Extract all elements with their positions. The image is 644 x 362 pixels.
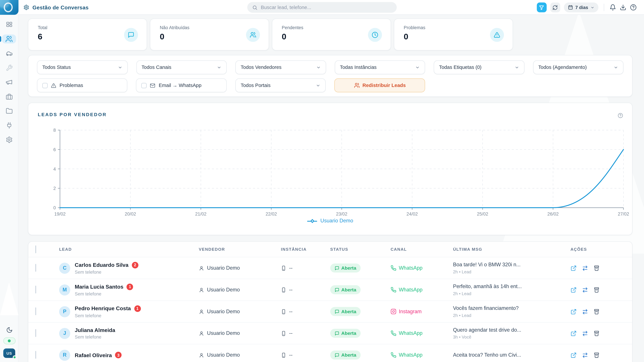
dropdown-vendedores[interactable]: Todos Vendedores: [235, 60, 326, 74]
avatar: R: [59, 350, 70, 361]
canal-label: WhatsApp: [399, 330, 422, 336]
archive-button[interactable]: [594, 330, 600, 336]
row-checkbox[interactable]: [36, 329, 36, 337]
stat-card-total: Total 6: [28, 18, 147, 50]
archive-button[interactable]: [594, 265, 600, 271]
dropdown-instancias[interactable]: Todas Instâncias: [334, 60, 425, 74]
lead-name: Pedro Henrique Costa: [75, 305, 131, 312]
transfer-lead-button[interactable]: [582, 308, 588, 315]
help-icon[interactable]: [630, 4, 636, 10]
instancia-value: --: [289, 330, 292, 336]
refresh-button[interactable]: [550, 2, 560, 12]
dropdown-status[interactable]: Todos Status: [37, 60, 128, 74]
status-label: Aberta: [341, 309, 356, 314]
sidebar-item-marketing[interactable]: [2, 78, 16, 87]
archive-button[interactable]: [594, 287, 600, 293]
table-row[interactable]: R Rafael Oliveira 3 Usuario Demo: [28, 345, 632, 362]
sidebar-item-vehicles[interactable]: [2, 49, 16, 58]
table-row[interactable]: J Juliana Almeida Sem telefone Usuario D…: [28, 323, 632, 345]
svg-text:26/02: 26/02: [548, 212, 559, 217]
stat-label: Pendentes: [282, 25, 381, 30]
canal-cell: WhatsApp: [390, 265, 453, 271]
notifications-bell-icon[interactable]: [610, 4, 616, 10]
table-row[interactable]: P Pedro Henrique Costa 1 Sem telefone Us…: [28, 301, 632, 323]
column-header-acoes: AÇÕES: [570, 247, 625, 252]
canal-cell: WhatsApp: [390, 287, 453, 293]
row-checkbox[interactable]: [36, 264, 36, 272]
column-header-ultima-msg: ÚLTIMA MSG: [453, 247, 570, 252]
legend-label: Usuario Demo: [320, 218, 353, 224]
users-icon: [246, 28, 260, 42]
open-conversation-button[interactable]: [570, 308, 577, 315]
sidebar-item-company[interactable]: [2, 92, 16, 101]
archive-button[interactable]: [594, 352, 600, 358]
app-logo[interactable]: [0, 0, 18, 15]
status-label: Aberta: [341, 287, 356, 292]
sidebar-item-files[interactable]: [2, 106, 16, 115]
checkbox-problemas[interactable]: Problemas: [37, 78, 128, 92]
filter-button[interactable]: [537, 2, 546, 12]
dropdown-etiquetas[interactable]: Todas Etiquetas (0): [434, 60, 524, 74]
sidebar-item-tools[interactable]: [2, 63, 16, 72]
dark-mode-moon-icon[interactable]: [6, 327, 12, 333]
chevron-down-icon: [316, 83, 320, 88]
dropdown-label: Todos Canais: [142, 64, 217, 70]
svg-text:24/02: 24/02: [406, 212, 418, 217]
sidebar-item-dashboard[interactable]: [2, 20, 16, 29]
checkbox[interactable]: [142, 83, 147, 88]
transfer-lead-button[interactable]: [582, 265, 588, 271]
open-conversation-button[interactable]: [570, 265, 577, 271]
column-header-status: STATUS: [330, 247, 390, 252]
sidebar-item-integrations[interactable]: [2, 121, 16, 130]
stat-card-problemas: Problemas 0: [394, 18, 513, 50]
period-selector[interactable]: 7 dias: [564, 2, 598, 12]
topbar: Gestão de Conversas Buscar lead, telefon…: [0, 0, 644, 15]
last-message: Quero agendar test drive do...: [453, 327, 570, 333]
open-conversation-button[interactable]: [570, 287, 577, 293]
dropdown-portais[interactable]: Todos Portais: [235, 78, 326, 92]
unread-count-badge: 3: [115, 352, 122, 358]
chart-legend[interactable]: Usuario Demo: [28, 218, 632, 224]
avatar: M: [59, 284, 70, 295]
stat-value: 0: [160, 32, 259, 41]
sidebar-item-settings[interactable]: [2, 135, 16, 144]
transfer-lead-button[interactable]: [582, 287, 588, 293]
open-conversation-button[interactable]: [570, 352, 577, 358]
svg-text:25/02: 25/02: [477, 212, 488, 217]
download-icon[interactable]: [620, 4, 626, 10]
table-row[interactable]: C Carlos Eduardo Silva 2 Sem telefone Us…: [28, 257, 632, 279]
chat-icon: [335, 309, 339, 314]
row-checkbox[interactable]: [36, 286, 36, 294]
row-checkbox[interactable]: [36, 351, 36, 359]
online-status-dot: [8, 339, 11, 342]
dropdown-canais[interactable]: Todos Canais: [136, 60, 227, 74]
lead-name: Rafael Oliveira: [75, 352, 112, 358]
table-row[interactable]: M Maria Lucia Santos 1 Sem telefone Usua…: [28, 279, 632, 301]
sidebar-item-leads[interactable]: [2, 34, 16, 43]
online-status-toggle[interactable]: [3, 337, 15, 345]
megaphone-icon: [5, 78, 13, 86]
archive-button[interactable]: [594, 308, 600, 315]
chat-icon: [335, 288, 339, 292]
select-all-checkbox[interactable]: [36, 245, 36, 253]
unread-count-badge: 1: [134, 305, 141, 312]
transfer-lead-button[interactable]: [582, 352, 588, 358]
dropdown-agendamento[interactable]: Todos (Agendamento): [533, 60, 624, 74]
user-avatar[interactable]: US: [3, 349, 15, 358]
dropdown-label: Todas Instâncias: [340, 64, 415, 70]
message-meta: 2h • Lead: [453, 313, 570, 318]
chevron-down-icon: [118, 65, 122, 69]
transfer-lead-button[interactable]: [582, 330, 588, 336]
redistribuir-leads-button[interactable]: Redistribuir Leads: [334, 78, 425, 92]
folder-icon: [6, 107, 12, 114]
smartphone-icon: [281, 352, 286, 358]
smartphone-icon: [281, 265, 286, 271]
search-input[interactable]: Buscar lead, telefone...: [247, 2, 397, 13]
svg-text:8: 8: [53, 128, 56, 133]
lead-name: Maria Lucia Santos: [75, 284, 124, 290]
row-checkbox[interactable]: [36, 307, 36, 315]
svg-text:0: 0: [53, 205, 56, 210]
checkbox-email-whatsapp[interactable]: Email → WhatsApp: [136, 78, 227, 92]
open-conversation-button[interactable]: [570, 330, 577, 336]
checkbox[interactable]: [42, 83, 48, 88]
